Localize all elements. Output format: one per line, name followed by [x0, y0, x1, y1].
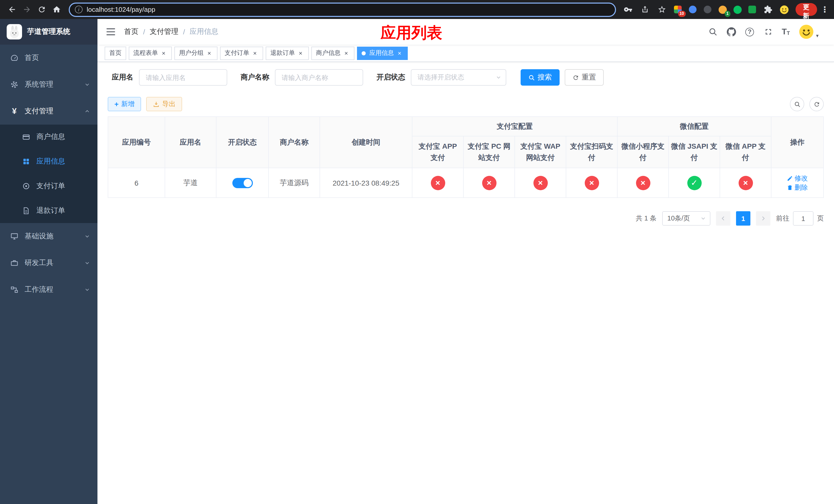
- page-number-1[interactable]: 1: [736, 211, 750, 226]
- goto-page-input[interactable]: [793, 211, 813, 226]
- filter-merchant-name: 商户名称: [241, 69, 363, 86]
- sidebar-subitem-pay-order[interactable]: 支付订单: [0, 174, 97, 199]
- site-info-icon[interactable]: i: [75, 6, 83, 13]
- alipay-wap-status-icon: ×: [533, 176, 548, 190]
- user-avatar[interactable]: ▾: [798, 24, 819, 40]
- reset-button[interactable]: 重置: [565, 69, 604, 86]
- extension-wechat-icon[interactable]: [732, 4, 743, 15]
- address-bar[interactable]: i localhost:1024/pay/app: [69, 2, 616, 17]
- next-page-icon[interactable]: [756, 211, 770, 226]
- avatar-emoji: [798, 24, 814, 40]
- password-key-icon[interactable]: [621, 3, 635, 16]
- wechat-jsapi-status-icon: ✓: [687, 176, 701, 190]
- goto-page: 前往 页: [776, 211, 824, 226]
- add-button[interactable]: + 新增: [108, 97, 141, 111]
- extension-avatar-icon[interactable]: 1: [717, 4, 728, 15]
- tab-process-form[interactable]: 流程表单 ×: [129, 46, 172, 60]
- col-status: 开启状态: [216, 117, 268, 168]
- export-button[interactable]: 导出: [146, 97, 182, 111]
- tab-close-icon[interactable]: ×: [160, 49, 167, 56]
- edit-link[interactable]: 修改: [787, 174, 808, 183]
- wechat-lite-status-icon: ×: [636, 176, 650, 190]
- search-button[interactable]: 搜索: [521, 69, 559, 86]
- help-icon[interactable]: ?: [745, 27, 754, 37]
- fullscreen-icon[interactable]: [763, 27, 773, 37]
- tab-home[interactable]: 首页: [105, 46, 126, 60]
- sidebar-item-home[interactable]: 首页: [0, 45, 97, 71]
- share-icon[interactable]: [638, 3, 652, 16]
- fold-sidebar-icon[interactable]: [106, 27, 116, 37]
- status-select[interactable]: 请选择开启状态: [411, 69, 506, 86]
- toggle-search-icon[interactable]: [790, 97, 804, 111]
- app-name-input[interactable]: [139, 69, 227, 86]
- col-merchant: 商户名称: [268, 117, 320, 168]
- sidebar-subitem-app-info[interactable]: 应用信息: [0, 149, 97, 174]
- document-icon: [22, 206, 31, 215]
- extension-green-square-icon[interactable]: [747, 4, 758, 15]
- sidebar-item-payment[interactable]: ¥ 支付管理: [0, 98, 97, 124]
- navbar-actions: ? TT ▾: [708, 24, 819, 40]
- browser-refresh-icon[interactable]: [35, 3, 48, 16]
- extensions-puzzle-icon[interactable]: [762, 3, 775, 16]
- delete-link[interactable]: 删除: [787, 183, 808, 192]
- breadcrumb: 首页 / 支付管理 / 应用信息: [124, 27, 219, 37]
- tab-close-icon[interactable]: ×: [396, 49, 403, 56]
- refresh-table-icon[interactable]: [809, 97, 824, 111]
- github-icon[interactable]: [726, 27, 736, 37]
- main-panel: 首页 / 支付管理 / 应用信息 ?: [97, 19, 834, 504]
- browser-back-icon[interactable]: [5, 3, 19, 16]
- tab-app-info[interactable]: 应用信息 ×: [357, 46, 408, 60]
- merchant-name-input[interactable]: [275, 69, 363, 86]
- breadcrumb-separator: /: [183, 28, 185, 36]
- col-alipay-app: 支付宝 APP 支付: [412, 136, 463, 168]
- search-icon[interactable]: [708, 27, 718, 37]
- browser-forward-icon[interactable]: [20, 3, 33, 16]
- browser-toolbar: i localhost:1024/pay/app 10 1: [0, 0, 834, 19]
- bookmark-star-icon[interactable]: [655, 3, 668, 16]
- breadcrumb-payment[interactable]: 支付管理: [150, 27, 178, 37]
- sidebar-subitem-refund-order[interactable]: 退款订单: [0, 199, 97, 223]
- sidebar-item-workflow[interactable]: 工作流程: [0, 276, 97, 303]
- tab-pay-order[interactable]: 支付订单 ×: [220, 46, 263, 60]
- app-logo[interactable]: 芋道管理系统: [0, 19, 97, 45]
- col-wechat-jsapi: 微信 JSAPI 支付: [668, 136, 720, 168]
- status-toggle[interactable]: [232, 178, 253, 188]
- browser-menu-icon[interactable]: ⋮: [821, 5, 829, 14]
- sidebar-item-devtools[interactable]: 研发工具: [0, 250, 97, 276]
- cell-app-id: 6: [108, 168, 165, 198]
- tab-refund-order[interactable]: 退款订单 ×: [266, 46, 309, 60]
- chevron-down-icon: [84, 260, 90, 266]
- tab-close-icon[interactable]: ×: [343, 49, 350, 56]
- merchant-name-label: 商户名称: [241, 73, 269, 82]
- extension-grid-icon[interactable]: 10: [672, 4, 683, 15]
- screen: i localhost:1024/pay/app 10 1: [0, 0, 834, 504]
- status-label: 开启状态: [376, 73, 405, 82]
- tab-close-icon[interactable]: ×: [251, 49, 259, 56]
- sidebar-subitem-merchant-info[interactable]: 商户信息: [0, 124, 97, 149]
- pagination: 共 1 条 10条/页 1 前往: [108, 211, 824, 226]
- extension-drop-icon[interactable]: [687, 4, 698, 15]
- prev-page-icon[interactable]: [716, 211, 730, 226]
- workflow-icon: [10, 285, 19, 294]
- sidebar-item-system[interactable]: 系统管理: [0, 71, 97, 98]
- chevron-down-icon: [84, 82, 90, 88]
- tab-close-icon[interactable]: ×: [206, 49, 213, 56]
- font-size-icon[interactable]: TT: [782, 28, 790, 36]
- chevron-down-icon: [84, 287, 90, 293]
- page-title: 应用列表: [380, 23, 442, 44]
- profile-avatar[interactable]: [778, 4, 790, 15]
- breadcrumb-home[interactable]: 首页: [124, 27, 138, 37]
- breadcrumb-current: 应用信息: [190, 27, 219, 37]
- browser-home-icon[interactable]: [50, 3, 63, 16]
- sidebar-item-infrastructure[interactable]: 基础设施: [0, 223, 97, 250]
- tab-merchant-info[interactable]: 商户信息 ×: [311, 46, 354, 60]
- tab-user-group[interactable]: 用户分组 ×: [174, 46, 218, 60]
- col-wechat-app: 微信 APP 支付: [720, 136, 771, 168]
- page-size-select[interactable]: 10条/页: [662, 211, 710, 226]
- tab-close-icon[interactable]: ×: [297, 49, 304, 56]
- url-text: localhost:1024/pay/app: [87, 6, 155, 13]
- extension-dark-icon[interactable]: [702, 4, 713, 15]
- dashboard-icon: [10, 53, 19, 63]
- browser-update-button[interactable]: 更新: [795, 3, 817, 16]
- sidebar-submenu-payment: 商户信息 应用信息 支付订单: [0, 124, 97, 223]
